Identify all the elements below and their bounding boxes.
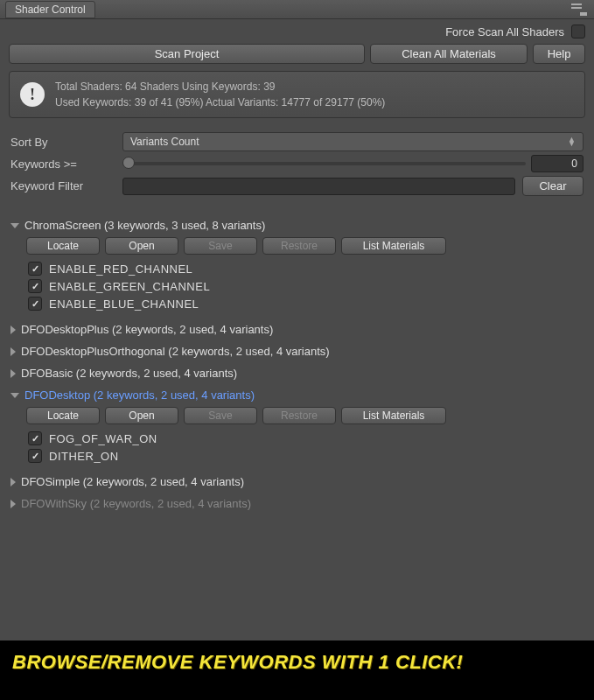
force-scan-label: Force Scan All Shaders bbox=[9, 25, 564, 38]
foldout-closed-icon[interactable] bbox=[10, 369, 16, 378]
info-icon: ! bbox=[20, 82, 45, 107]
help-button[interactable]: Help bbox=[533, 44, 585, 64]
shader-header[interactable]: DFODesktopPlus (2 keywords, 2 used, 4 va… bbox=[10, 321, 584, 338]
locate-button[interactable]: Locate bbox=[26, 407, 100, 424]
keyword-label: FOG_OF_WAR_ON bbox=[49, 432, 157, 445]
keyword-filter-input[interactable] bbox=[122, 178, 515, 195]
shader-title: DFOBasic (2 keywords, 2 used, 4 variants… bbox=[21, 367, 237, 380]
keywords-ge-field[interactable]: 0 bbox=[531, 155, 584, 172]
promo-banner: BROWSE/REMOVE KEYWORDS WITH 1 CLICK! bbox=[0, 640, 594, 700]
panel-title: Shader Control bbox=[5, 1, 95, 18]
keyword-checkbox[interactable] bbox=[28, 297, 42, 311]
panel-menu-icon[interactable] bbox=[571, 4, 587, 16]
force-scan-checkbox[interactable] bbox=[571, 24, 585, 38]
sort-by-value: Variants Count bbox=[130, 136, 199, 148]
shader-header[interactable]: ChromaScreen (3 keywords, 3 used, 8 vari… bbox=[10, 217, 584, 234]
open-button[interactable]: Open bbox=[105, 407, 178, 424]
shader-header[interactable]: DFODesktopPlusOrthogonal (2 keywords, 2 … bbox=[10, 343, 584, 360]
keyword-filter-label: Keyword Filter bbox=[10, 179, 115, 192]
sort-by-label: Sort By bbox=[10, 136, 115, 149]
shader-title: ChromaScreen (3 keywords, 3 used, 8 vari… bbox=[24, 219, 265, 232]
foldout-open-icon[interactable] bbox=[10, 223, 19, 228]
keyword-label: ENABLE_GREEN_CHANNEL bbox=[49, 280, 210, 293]
shader-header[interactable]: DFODesktop (2 keywords, 2 used, 4 varian… bbox=[10, 387, 584, 403]
save-button: Save bbox=[184, 407, 257, 424]
shader-header[interactable]: DFOSimple (2 keywords, 2 used, 4 variant… bbox=[10, 473, 584, 490]
shader-title: DFOWithSky (2 keywords, 2 used, 4 varian… bbox=[21, 497, 251, 510]
shader-header[interactable]: DFOWithSky (2 keywords, 2 used, 4 varian… bbox=[10, 495, 584, 512]
keywords-ge-label: Keywords >= bbox=[10, 158, 115, 171]
restore-button: Restore bbox=[262, 237, 336, 255]
save-button: Save bbox=[184, 237, 257, 255]
keyword-checkbox[interactable] bbox=[28, 449, 42, 463]
info-box: ! Total Shaders: 64 Shaders Using Keywor… bbox=[9, 71, 585, 118]
open-button[interactable]: Open bbox=[105, 237, 178, 255]
info-line-1: Total Shaders: 64 Shaders Using Keywords… bbox=[55, 79, 385, 94]
keyword-label: ENABLE_BLUE_CHANNEL bbox=[49, 298, 199, 311]
keyword-label: ENABLE_RED_CHANNEL bbox=[49, 262, 192, 276]
restore-button: Restore bbox=[262, 407, 336, 424]
sort-by-select[interactable]: Variants Count ▲▼ bbox=[122, 132, 584, 151]
title-bar: Shader Control bbox=[0, 0, 594, 19]
info-line-2: Used Keywords: 39 of 41 (95%) Actual Var… bbox=[55, 94, 385, 110]
clean-all-materials-button[interactable]: Clean All Materials bbox=[370, 44, 528, 64]
keyword-label: DITHER_ON bbox=[49, 450, 119, 463]
list-materials-button[interactable]: List Materials bbox=[341, 407, 446, 424]
list-materials-button[interactable]: List Materials bbox=[341, 237, 446, 255]
shader-title: DFODesktop (2 keywords, 2 used, 4 varian… bbox=[24, 388, 255, 402]
foldout-closed-icon[interactable] bbox=[10, 326, 16, 334]
foldout-closed-icon[interactable] bbox=[10, 500, 16, 508]
promo-text: BROWSE/REMOVE KEYWORDS WITH 1 CLICK! bbox=[12, 651, 463, 674]
foldout-closed-icon[interactable] bbox=[10, 347, 16, 356]
keyword-checkbox[interactable] bbox=[28, 431, 42, 445]
foldout-closed-icon[interactable] bbox=[10, 478, 16, 486]
keyword-checkbox[interactable] bbox=[28, 279, 42, 293]
shader-header[interactable]: DFOBasic (2 keywords, 2 used, 4 variants… bbox=[10, 365, 584, 382]
clear-button[interactable]: Clear bbox=[522, 176, 584, 196]
shader-title: DFOSimple (2 keywords, 2 used, 4 variant… bbox=[21, 475, 244, 488]
shader-list[interactable]: ChromaScreen (3 keywords, 3 used, 8 vari… bbox=[0, 208, 594, 700]
locate-button[interactable]: Locate bbox=[26, 237, 100, 255]
scan-project-button[interactable]: Scan Project bbox=[9, 44, 365, 64]
slider-thumb[interactable] bbox=[122, 157, 135, 169]
shader-title: DFODesktopPlus (2 keywords, 2 used, 4 va… bbox=[21, 323, 273, 336]
keywords-ge-slider[interactable] bbox=[122, 162, 526, 165]
updown-icon: ▲▼ bbox=[568, 137, 576, 146]
keyword-checkbox[interactable] bbox=[28, 262, 42, 276]
shader-title: DFODesktopPlusOrthogonal (2 keywords, 2 … bbox=[21, 345, 330, 358]
foldout-open-icon[interactable] bbox=[10, 393, 19, 398]
